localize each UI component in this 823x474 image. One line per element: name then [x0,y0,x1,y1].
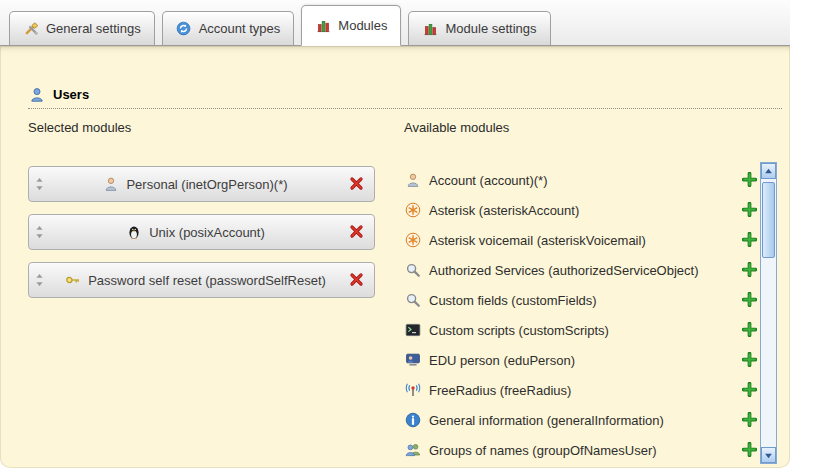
selected-module-unix[interactable]: Unix (posixAccount) [28,214,375,250]
person-icon [404,172,421,189]
scrollbar-thumb[interactable] [762,182,775,258]
module-label: Asterisk voicemail (asteriskVoicemail) [429,233,734,248]
remove-module-button[interactable] [349,224,365,240]
scroll-up-button[interactable] [761,163,776,179]
available-modules-scrollbar[interactable] [760,162,777,464]
module-label: Account (account)(*) [429,173,734,188]
add-module-button[interactable] [742,352,758,368]
info-icon [404,412,421,429]
available-module-custom-scripts: Custom scripts (customScripts) [404,315,760,345]
available-module-freeradius: FreeRadius (freeRadius) [404,375,760,405]
module-label: Groups of names (groupOfNamesUser) [429,443,734,458]
module-label: Custom scripts (customScripts) [429,323,734,338]
selected-module-password-self-reset[interactable]: Password self reset (passwordSelfReset) [28,262,375,298]
available-module-authorized-services: Authorized Services (authorizedServiceOb… [404,255,760,285]
person-icon [102,176,119,193]
available-module-asterisk: Asterisk (asteriskAccount) [404,195,760,225]
tab-label: Modules [338,18,387,33]
edu-person-icon [404,352,421,369]
add-module-button[interactable] [742,262,758,278]
module-label: Personal (inetOrgPerson)(*) [126,177,287,192]
magnifier-icon [404,292,421,309]
available-module-general-information: General information (generalInformation) [404,405,760,435]
users-section-header: Users [28,86,89,103]
magnifier-icon [404,262,421,279]
drag-handle[interactable] [34,225,44,239]
add-module-button[interactable] [742,232,758,248]
modules-panel: Users Selected modules Available modules… [0,46,790,468]
tab-label: Account types [199,21,281,36]
available-module-edu-person: EDU person (eduPerson) [404,345,760,375]
add-module-button[interactable] [742,412,758,428]
module-label: Asterisk (asteriskAccount) [429,203,734,218]
users-icon [28,86,45,103]
available-modules-heading: Available modules [404,120,509,135]
module-label: Password self reset (passwordSelfReset) [88,273,326,288]
available-module-account: Account (account)(*) [404,165,760,195]
module-label: Authorized Services (authorizedServiceOb… [429,263,734,278]
add-module-button[interactable] [742,202,758,218]
add-module-button[interactable] [742,442,758,458]
module-label-group: Personal (inetOrgPerson)(*) [44,176,346,193]
module-label-group: Password self reset (passwordSelfReset) [44,272,346,289]
remove-module-button[interactable] [349,272,365,288]
selected-modules-heading: Selected modules [28,120,131,135]
module-label: FreeRadius (freeRadius) [429,383,734,398]
drag-handle[interactable] [34,273,44,287]
terminal-icon [404,322,421,339]
available-module-asterisk-voicemail: Asterisk voicemail (asteriskVoicemail) [404,225,760,255]
section-divider [28,108,782,109]
tab-modules[interactable]: Modules [301,5,401,46]
tab-module-settings[interactable]: Module settings [408,11,550,45]
tab-account-types[interactable]: Account types [162,11,295,45]
add-module-button[interactable] [742,322,758,338]
tab-general-settings[interactable]: General settings [9,11,155,45]
asterisk-icon [404,202,421,219]
selected-module-personal[interactable]: Personal (inetOrgPerson)(*) [28,166,375,202]
add-module-button[interactable] [742,292,758,308]
selected-modules-list: Personal (inetOrgPerson)(*) Unix (posixA… [28,166,375,310]
available-module-custom-fields: Custom fields (customFields) [404,285,760,315]
module-label-group: Unix (posixAccount) [44,224,346,241]
available-modules-list: Account (account)(*) Asterisk (asteriskA… [404,165,760,465]
module-label: General information (generalInformation) [429,413,734,428]
penguin-icon [125,224,142,241]
module-settings-icon [422,21,438,37]
tab-label: Module settings [445,21,536,36]
available-module-groups-of-names: Groups of names (groupOfNamesUser) [404,435,760,465]
section-title: Users [53,87,89,102]
asterisk-icon [404,232,421,249]
modules-icon [315,18,331,34]
module-label: Custom fields (customFields) [429,293,734,308]
group-icon [404,442,421,459]
remove-module-button[interactable] [349,176,365,192]
add-module-button[interactable] [742,382,758,398]
add-module-button[interactable] [742,172,758,188]
drag-handle[interactable] [34,177,44,191]
key-icon [64,272,81,289]
tab-label: General settings [46,21,141,36]
scroll-down-button[interactable] [761,447,776,463]
freeradius-icon [404,382,421,399]
tab-bar: General settings Account types Modules M… [0,0,790,46]
module-label: Unix (posixAccount) [149,225,265,240]
account-types-icon [176,21,192,37]
lam-configuration-window: General settings Account types Modules M… [0,0,790,474]
tools-icon [23,21,39,37]
module-label: EDU person (eduPerson) [429,353,734,368]
